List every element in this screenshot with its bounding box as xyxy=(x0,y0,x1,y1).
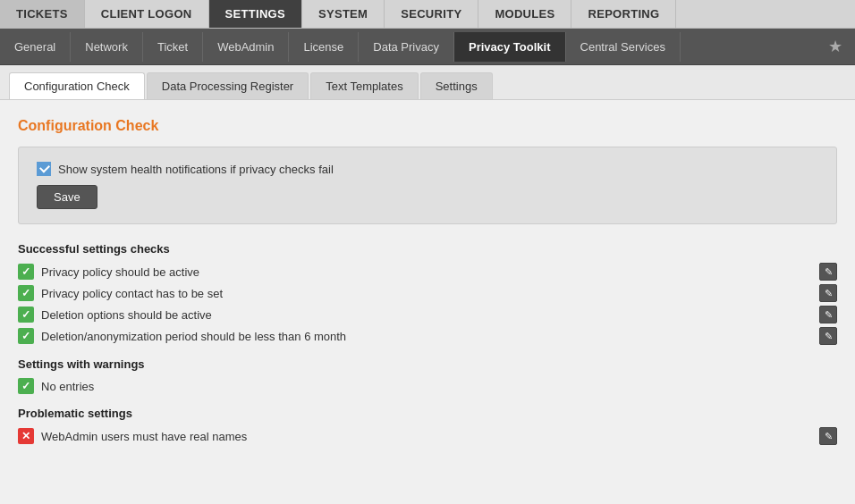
check-icon-green: ✓ xyxy=(18,307,34,323)
health-notification-checkbox[interactable] xyxy=(37,162,51,176)
tab-settings[interactable]: Settings xyxy=(420,72,493,99)
table-row: ✓ Deletion options should be active ✎ xyxy=(18,304,837,325)
edit-icon[interactable]: ✎ xyxy=(819,284,837,302)
health-notification-row: Show system health notifications if priv… xyxy=(37,162,818,176)
problematic-heading: Problematic settings xyxy=(18,407,837,420)
nav-settings[interactable]: SETTINGS xyxy=(209,0,302,28)
nav-system[interactable]: SYSTEM xyxy=(302,0,385,28)
problematic-section: Problematic settings ✕ WebAdmin users mu… xyxy=(18,407,837,447)
check-label: Deletion/anonymization period should be … xyxy=(41,330,812,343)
table-row: ✓ Deletion/anonymization period should b… xyxy=(18,325,837,347)
main-content: Configuration Check Show system health n… xyxy=(0,100,855,493)
save-button[interactable]: Save xyxy=(37,185,97,209)
check-icon-red: ✕ xyxy=(18,428,34,444)
tab-data-processing-register[interactable]: Data Processing Register xyxy=(147,72,309,99)
check-label: Privacy policy should be active xyxy=(41,265,812,279)
tab-bar: Configuration Check Data Processing Regi… xyxy=(0,65,855,100)
check-label: Privacy policy contact has to be set xyxy=(41,287,812,300)
nav-central-services[interactable]: Central Services xyxy=(566,32,681,62)
nav-webadmin[interactable]: WebAdmin xyxy=(203,32,289,62)
table-row: ✓ Privacy policy should be active ✎ xyxy=(18,261,837,282)
check-icon-green: ✓ xyxy=(18,378,34,394)
edit-icon[interactable]: ✎ xyxy=(819,306,837,323)
table-row: ✓ Privacy policy contact has to be set ✎ xyxy=(18,282,837,304)
warnings-section: Settings with warnings ✓ No entries xyxy=(18,357,837,396)
nav-general[interactable]: General xyxy=(0,32,71,62)
check-label: Deletion options should be active xyxy=(41,308,812,322)
nav-client-logon[interactable]: CLIENT LOGON xyxy=(85,0,209,28)
nav-security[interactable]: SECURITY xyxy=(385,0,478,28)
health-notification-label: Show system health notifications if priv… xyxy=(58,163,334,176)
top-navigation: TICKETS CLIENT LOGON SETTINGS SYSTEM SEC… xyxy=(0,0,855,29)
table-row: ✓ No entries xyxy=(18,376,837,396)
check-label: WebAdmin users must have real names xyxy=(41,430,812,443)
edit-icon[interactable]: ✎ xyxy=(819,427,837,445)
favorite-button[interactable]: ★ xyxy=(816,29,855,64)
nav-license[interactable]: License xyxy=(289,32,359,62)
successful-checks-heading: Successful settings checks xyxy=(18,242,837,256)
nav-privacy-toolkit[interactable]: Privacy Toolkit xyxy=(454,32,566,62)
config-box: Show system health notifications if priv… xyxy=(18,147,837,224)
nav-modules[interactable]: MODULES xyxy=(478,0,571,28)
nav-data-privacy[interactable]: Data Privacy xyxy=(359,32,454,62)
tab-text-templates[interactable]: Text Templates xyxy=(310,72,418,99)
second-navigation: General Network Ticket WebAdmin License … xyxy=(0,29,855,65)
table-row: ✕ WebAdmin users must have real names ✎ xyxy=(18,425,837,447)
check-icon-green: ✓ xyxy=(18,264,34,280)
nav-ticket[interactable]: Ticket xyxy=(143,32,203,62)
check-label: No entries xyxy=(41,380,837,393)
edit-icon[interactable]: ✎ xyxy=(819,263,837,281)
nav-reporting[interactable]: REPORTING xyxy=(571,0,676,28)
check-icon-green: ✓ xyxy=(18,285,34,301)
check-icon-green: ✓ xyxy=(18,328,34,344)
tab-configuration-check[interactable]: Configuration Check xyxy=(9,72,145,99)
successful-checks-section: Successful settings checks ✓ Privacy pol… xyxy=(18,242,837,347)
warnings-heading: Settings with warnings xyxy=(18,357,837,371)
nav-tickets[interactable]: TICKETS xyxy=(0,0,85,28)
page-title: Configuration Check xyxy=(18,118,837,134)
nav-network[interactable]: Network xyxy=(71,32,143,62)
edit-icon[interactable]: ✎ xyxy=(819,327,837,345)
